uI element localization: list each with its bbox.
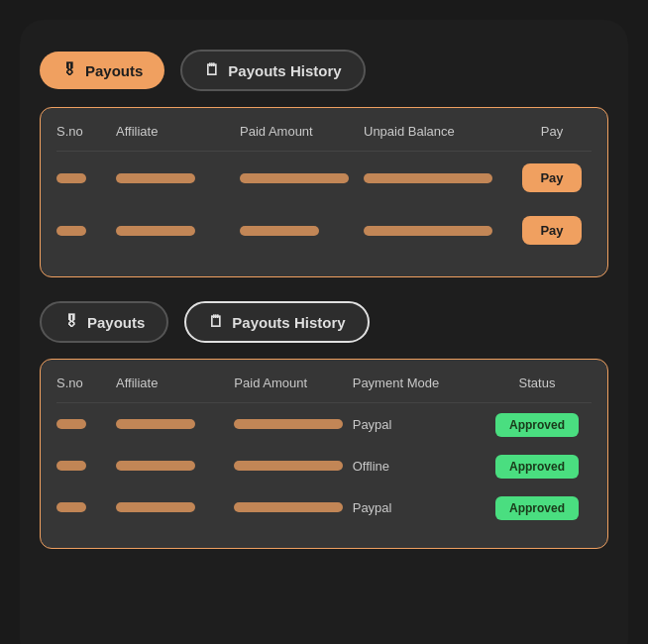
table-row: Paypal Approved — [56, 486, 592, 528]
cell-paid — [234, 502, 352, 512]
cell-unpaid — [364, 173, 512, 183]
cell-affiliate — [116, 173, 240, 183]
table-header-2: S.no Affiliate Paid Amount Payment Mode … — [56, 376, 592, 403]
col-header-pay-1: Pay — [512, 124, 592, 139]
cell-affiliate — [116, 502, 234, 512]
table-header-1: S.no Affiliate Paid Amount Unpaid Balanc… — [56, 124, 592, 152]
tab-payouts-1-label: Payouts — [85, 62, 143, 79]
table-row: Pay — [56, 152, 592, 204]
cell-status: Approved — [483, 415, 592, 433]
col-header-status: Status — [483, 376, 592, 390]
cell-paymode: Paypal — [353, 415, 483, 433]
cell-affiliate — [116, 226, 240, 236]
tab-payouts-1[interactable]: 🎖 Payouts — [40, 52, 164, 89]
col-header-affiliate-1: Affiliate — [116, 124, 240, 139]
cell-pay: Pay — [512, 216, 592, 245]
section-payouts: 🎖 Payouts 🗒 Payouts History S.no Affilia… — [40, 50, 608, 277]
tab-history-2[interactable]: 🗒 Payouts History — [184, 301, 369, 343]
cell-paid — [240, 173, 364, 183]
cell-paymode: Offline — [353, 457, 483, 475]
section-history: 🎖 Payouts 🗒 Payouts History S.no Affilia… — [40, 301, 608, 549]
cell-sno — [56, 502, 116, 512]
tab-row-1: 🎖 Payouts 🗒 Payouts History — [40, 50, 608, 91]
table-card-2: S.no Affiliate Paid Amount Payment Mode … — [40, 359, 608, 549]
cell-status: Approved — [483, 457, 592, 475]
table-row: Offline Approved — [56, 445, 592, 486]
tab-history-2-label: Payouts History — [232, 314, 345, 331]
cell-paid — [234, 419, 352, 429]
status-badge: Approved — [495, 413, 579, 437]
tab-payouts-2[interactable]: 🎖 Payouts — [40, 301, 168, 343]
cell-paid — [240, 226, 364, 236]
cell-sno — [56, 419, 116, 429]
cell-affiliate — [116, 461, 234, 471]
tab-row-2: 🎖 Payouts 🗒 Payouts History — [40, 301, 608, 343]
cell-sno — [56, 173, 116, 183]
cell-affiliate — [116, 419, 234, 429]
tab-payouts-2-label: Payouts — [87, 314, 145, 331]
col-header-affiliate-2: Affiliate — [116, 376, 234, 390]
cell-status: Approved — [483, 498, 592, 516]
status-badge: Approved — [495, 455, 579, 479]
col-header-paymode: Payment Mode — [353, 376, 483, 390]
col-header-sno-1: S.no — [56, 124, 116, 139]
cell-sno — [56, 226, 116, 236]
cell-pay: Pay — [512, 163, 592, 192]
cell-paid — [234, 461, 352, 471]
col-header-paid-1: Paid Amount — [240, 124, 364, 139]
history-icon-1: 🗒 — [204, 61, 220, 79]
ribbon-icon: 🎖 — [61, 61, 77, 79]
tab-history-1-label: Payouts History — [228, 62, 341, 79]
col-header-unpaid-1: Unpaid Balance — [364, 124, 512, 139]
cell-paymode: Paypal — [353, 498, 483, 516]
tab-history-1[interactable]: 🗒 Payouts History — [180, 50, 365, 91]
status-badge: Approved — [495, 496, 579, 520]
table-card-1: S.no Affiliate Paid Amount Unpaid Balanc… — [40, 107, 608, 277]
pay-button[interactable]: Pay — [522, 163, 581, 192]
pay-button[interactable]: Pay — [522, 216, 581, 245]
col-header-paid-2: Paid Amount — [234, 376, 352, 390]
cell-unpaid — [364, 226, 512, 236]
table-row: Pay — [56, 204, 592, 257]
cell-sno — [56, 461, 116, 471]
outer-container: 🎖 Payouts 🗒 Payouts History S.no Affilia… — [20, 20, 628, 644]
history-icon-2: 🗒 — [208, 313, 224, 331]
col-header-sno-2: S.no — [56, 376, 116, 390]
ribbon-icon-2: 🎖 — [63, 313, 79, 331]
table-row: Paypal Approved — [56, 403, 592, 445]
